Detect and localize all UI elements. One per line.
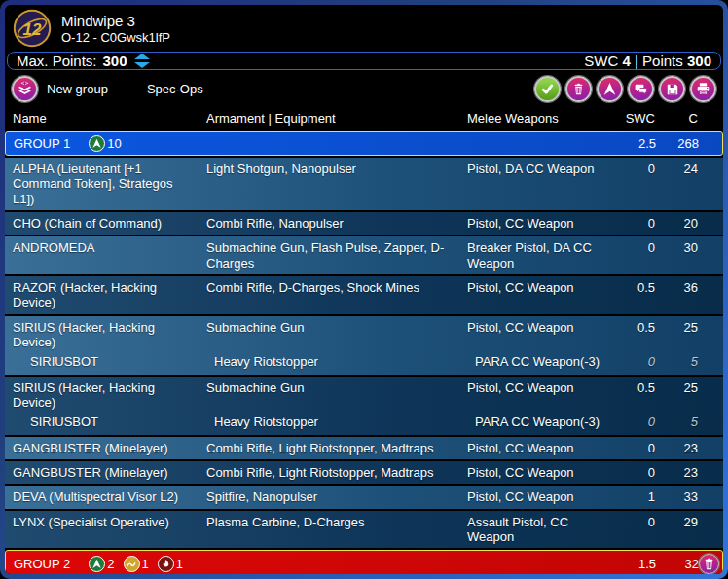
peripheral-row[interactable]: SIRIUSBOT Heavy Riotstopper PARA CC Weap… (5, 414, 723, 434)
unit-name: DEVA (Multispectral Visor L2) (13, 489, 206, 504)
order-count: 10 (107, 136, 121, 151)
peripheral-melee: PARA CC Weapon(-3) (467, 415, 613, 429)
order-count: 1 (142, 557, 149, 571)
comments-icon (634, 82, 648, 96)
unit-row[interactable]: GANGBUSTER (Minelayer) Combi Rifle, Ligh… (5, 437, 723, 459)
unit-name: CHO (Chain of Command) (13, 216, 206, 231)
peripheral-swc: 0 (613, 415, 655, 429)
unit-swc: 0.5 (613, 380, 655, 395)
delete-group-button[interactable] (699, 554, 719, 574)
peripheral-armament: Heavy Riotstopper (206, 354, 467, 369)
peripheral-cost: 5 (655, 354, 698, 369)
order-arrow-icon (602, 82, 617, 96)
unit-name: ALPHA (Lieutenant [+1 Command Token], St… (13, 162, 206, 206)
unit-row[interactable]: SIRIUS (Hacker, Hacking Device) Submachi… (5, 377, 723, 415)
unit-list: GROUP 1 10 2.5 268 ALPHA (Lieutenant [+1… (5, 131, 723, 574)
unit-melee: Pistol, CC Weapon (467, 441, 613, 455)
unit-melee: Pistol, CC Weapon (467, 465, 613, 480)
unit-armament: Light Shotgun, Nanopulser (206, 162, 467, 176)
comments-button[interactable] (628, 76, 654, 102)
unit-row[interactable]: GANGBUSTER (Minelayer) Combi Rifle, Ligh… (5, 461, 723, 484)
unit-row[interactable]: LYNX (Specialist Operative) Plasma Carbi… (5, 511, 723, 549)
column-melee: Melee Weapons (467, 111, 613, 126)
max-points-label: Max. Points: (17, 53, 97, 69)
unit-cost: 33 (655, 489, 698, 504)
peripheral-armament: Heavy Riotstopper (206, 415, 467, 429)
order-badges: 10 (89, 135, 121, 152)
order-badges: 211 (89, 556, 183, 572)
unit-name: GANGBUSTER (Minelayer) (13, 441, 206, 455)
trash-icon (703, 558, 715, 570)
new-group-button[interactable] (12, 76, 38, 102)
unit-armament: Combi Rifle, D-Charges, Shock Mines (206, 280, 467, 295)
spec-ops-button[interactable]: Spec-Ops (147, 82, 203, 96)
unit-swc: 0 (613, 216, 655, 231)
header-titles: Mindwipe 3 O-12 - C0Gwsk1lfP (61, 13, 170, 45)
unit-cost: 29 (655, 515, 698, 529)
unit-row[interactable]: RAZOR (Hacker, Hacking Device) Combi Rif… (5, 276, 723, 314)
unit-melee: Pistol, CC Weapon (467, 216, 613, 231)
group-cost: 32 (656, 557, 699, 571)
unit-row[interactable]: DEVA (Multispectral Visor L2) Spitfire, … (5, 486, 723, 508)
trash-button[interactable] (565, 76, 592, 102)
unit-melee: Pistol, CC Weapon (467, 280, 613, 295)
unit-melee: Pistol, CC Weapon (467, 320, 613, 335)
save-button[interactable] (659, 76, 685, 102)
unit-armament: Submachine Gun (206, 320, 467, 335)
unit-card: ANDROMEDA Submachine Gun, Flash Pulse, Z… (5, 236, 723, 274)
order-badge: 10 (89, 135, 121, 152)
group-cost: 268 (656, 136, 699, 151)
unit-armament: Combi Rifle, Light Riotstopper, Madtraps (206, 465, 467, 480)
group-header-row[interactable]: GROUP 1 10 2.5 268 (5, 131, 723, 156)
order-arrow-button[interactable] (597, 76, 623, 102)
peripheral-cost: 5 (655, 415, 698, 429)
group-swc: 2.5 (614, 136, 656, 151)
unit-card: SIRIUS (Hacker, Hacking Device) Submachi… (5, 377, 723, 435)
unit-armament: Combi Rifle, Nanopulser (206, 216, 467, 231)
svg-text:12: 12 (23, 20, 42, 39)
unit-armament: Submachine Gun (206, 380, 467, 395)
unit-cost: 20 (655, 216, 698, 231)
unit-swc: 0.5 (613, 320, 655, 335)
unit-row[interactable]: SIRIUS (Hacker, Hacking Device) Submachi… (5, 316, 723, 354)
unit-swc: 0.5 (613, 280, 655, 295)
order-badge: 1 (158, 556, 183, 572)
unit-swc: 0 (613, 465, 655, 480)
trash-icon (572, 83, 585, 95)
action-buttons (534, 76, 716, 102)
unit-card: GANGBUSTER (Minelayer) Combi Rifle, Ligh… (5, 461, 723, 484)
unit-cost: 23 (655, 465, 698, 480)
print-button[interactable] (690, 76, 716, 102)
group-name: GROUP 2 (14, 557, 70, 571)
check-button[interactable] (534, 76, 561, 102)
irregular-order-icon (124, 556, 140, 572)
group-swc: 1.5 (614, 557, 656, 571)
unit-card: SIRIUS (Hacker, Hacking Device) Submachi… (5, 316, 723, 375)
o12-faction-icon: 12 (13, 9, 52, 48)
new-group-label[interactable]: New group (47, 82, 108, 96)
unit-card: CHO (Chain of Command) Combi Rifle, Nano… (5, 212, 723, 235)
unit-row[interactable]: ALPHA (Lieutenant [+1 Command Token], St… (5, 158, 723, 210)
check-icon (540, 82, 555, 96)
page-title: Mindwipe 3 (61, 13, 170, 29)
unit-card: GANGBUSTER (Minelayer) Combi Rifle, Ligh… (5, 437, 723, 459)
order-count: 2 (107, 557, 114, 571)
print-icon (696, 82, 710, 96)
unit-card: RAZOR (Hacker, Hacking Device) Combi Rif… (5, 276, 723, 314)
toolbar: New group Spec-Ops (5, 72, 723, 106)
unit-row[interactable]: ANDROMEDA Submachine Gun, Flash Pulse, Z… (5, 236, 723, 274)
up-down-stepper-icon[interactable] (133, 54, 151, 68)
unit-swc: 1 (613, 489, 655, 504)
unit-row[interactable]: CHO (Chain of Command) Combi Rifle, Nano… (5, 212, 723, 235)
unit-swc: 0 (613, 515, 655, 529)
column-swc: SWC (613, 111, 655, 126)
group-header-row[interactable]: GROUP 2 211 1.5 32 (5, 550, 723, 574)
unit-swc: 0 (613, 441, 655, 455)
unit-swc: 0 (613, 240, 655, 255)
peripheral-row[interactable]: SIRIUSBOT Heavy Riotstopper PARA CC Weap… (5, 353, 723, 374)
unit-armament: Submachine Gun, Flash Pulse, Zapper, D-C… (206, 240, 467, 271)
unit-card: LYNX (Specialist Operative) Plasma Carbi… (5, 511, 723, 549)
order-count: 1 (176, 557, 183, 571)
unit-cost: 25 (655, 320, 698, 335)
order-badge: 2 (89, 556, 114, 572)
